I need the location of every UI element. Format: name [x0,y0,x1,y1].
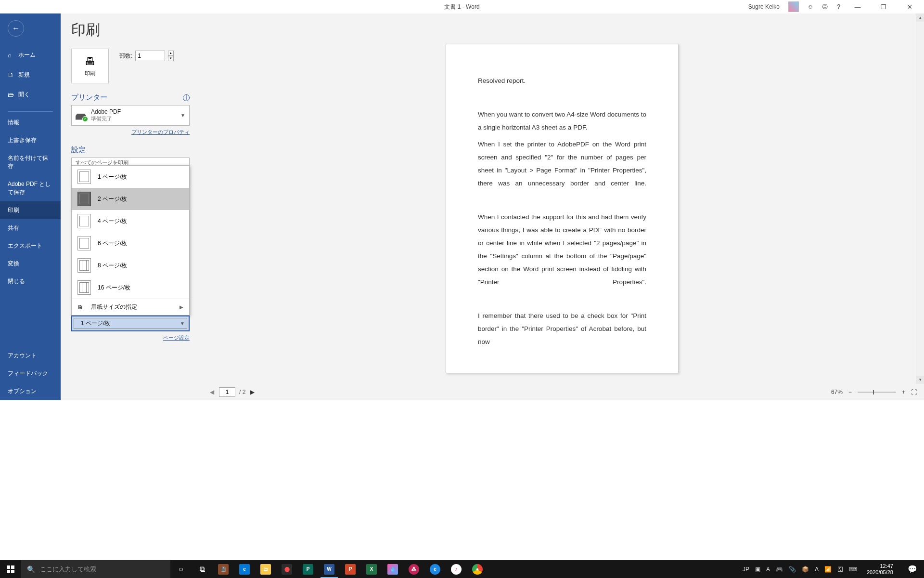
zoom-out-button[interactable]: − [847,389,854,395]
notifications-icon[interactable]: 💬 [903,560,922,578]
user-avatar[interactable] [788,1,799,12]
preview-scrollbar[interactable]: ▴ ▾ [916,13,924,384]
taskbar-paint3d[interactable]: 💧 [382,560,403,578]
tray-chevron-up-icon[interactable]: ᐱ [815,566,819,573]
taskbar-publisher[interactable]: P [297,560,319,578]
taskbar-clock[interactable]: 12:47 2020/05/28 [863,563,897,576]
tray-icon[interactable]: 🎮 [776,566,783,573]
start-button[interactable] [0,560,21,578]
doc-paragraph: When I set the printer to AdobePDF on th… [478,138,646,190]
print-range-combo[interactable]: すべてのページを印刷 [71,158,190,165]
printer-select[interactable]: ✓ Adobe PDF 準備完了 ▼ [71,105,190,126]
sidebar-transform[interactable]: 変換 [0,255,61,273]
taskbar-app-1[interactable]: 📓 [213,560,234,578]
taskbar-search[interactable]: 🔍 ここに入力して検索 [21,560,170,578]
pages-option-1[interactable]: 1 ページ/枚 [72,166,189,188]
pages-per-sheet-select[interactable]: 1 ページ/枚 ▼ [71,315,190,331]
page-setup-link[interactable]: ページ設定 [71,334,190,342]
doc-paragraph: When you want to convert two A4-size Wor… [478,108,646,134]
cortana-icon[interactable]: ○ [170,560,192,578]
print-button[interactable]: 🖶 印刷 [71,49,109,83]
doc-paragraph: Resolved report. [478,74,646,87]
taskbar-edge[interactable]: e [234,560,255,578]
preview-page: Resolved report. When you want to conver… [446,44,679,373]
sidebar-home[interactable]: ⌂ホーム [0,45,61,65]
grid-1-icon [77,170,91,184]
info-icon[interactable]: i [183,94,190,101]
paper-size-submenu[interactable]: 🗎用紙サイズの指定▶ [72,299,189,315]
pages-option-16[interactable]: 16 ページ/枚 [72,276,189,299]
taskbar-itunes[interactable]: ♪ [446,560,467,578]
sidebar-account[interactable]: アカウント [0,347,61,365]
face-happy-icon[interactable]: ☺ [808,3,813,10]
scroll-down-icon[interactable]: ▾ [916,376,924,384]
taskbar-adobe[interactable]: ⬤ [276,560,297,578]
close-button[interactable]: ✕ [901,1,918,13]
page-number-input[interactable] [219,387,235,397]
copies-down[interactable]: ▾ [168,56,174,61]
page-total: / 2 [239,389,245,395]
page-icon: 🗎 [77,304,84,311]
sidebar-export[interactable]: エクスポート [0,237,61,255]
title-bar: 文書 1 - Word Sugre Keiko ☺ ☹ ? — ❐ ✕ [0,0,924,13]
minimize-button[interactable]: — [849,1,866,13]
doc-paragraph: I remember that there used to be a check… [478,309,646,348]
sidebar-info[interactable]: 情報 [0,114,61,131]
pages-per-sheet-dropdown: 1 ページ/枚 2 ページ/枚 4 ページ/枚 6 ページ/枚 8 ページ/枚 … [71,165,190,315]
tray-icon[interactable]: ▣ [755,566,760,573]
next-page-button[interactable]: ▶ [247,388,257,396]
keyboard-icon[interactable]: ⌨ [849,566,857,573]
scroll-up-icon[interactable]: ▴ [916,13,924,22]
printer-properties-link[interactable]: プリンターのプロパティ [71,129,190,136]
pages-option-4[interactable]: 4 ページ/枚 [72,210,189,232]
sidebar-adobe-pdf[interactable]: Adobe PDF として保存 [0,175,61,201]
tray-icon[interactable]: 📎 [789,566,796,573]
sidebar-print[interactable]: 印刷 [0,201,61,219]
taskbar-chrome[interactable]: ● [467,560,488,578]
taskbar-powerpoint[interactable]: P [340,560,361,578]
pages-option-6[interactable]: 6 ページ/枚 [72,232,189,254]
grid-16-icon [77,280,91,295]
network-icon[interactable]: ⚿ [837,566,843,573]
sidebar-open[interactable]: 🗁開く [0,85,61,105]
pages-option-2[interactable]: 2 ページ/枚 [72,188,189,210]
grid-2-icon [77,192,91,206]
tray-icon[interactable]: A [766,566,770,573]
search-icon: 🔍 [27,565,35,573]
maximize-button[interactable]: ❐ [875,1,892,13]
taskbar-word[interactable]: W [319,560,340,578]
window-title: 文書 1 - Word [444,3,479,11]
taskbar-ie[interactable]: e [424,560,446,578]
copies-up[interactable]: ▴ [168,51,174,56]
taskbar-excel[interactable]: X [361,560,382,578]
printer-header: プリンター [71,93,107,102]
svg-rect-2 [7,570,10,573]
back-button[interactable]: ← [8,20,24,37]
sidebar-saveas[interactable]: 名前を付けて保存 [0,149,61,175]
page-title: 印刷 [71,20,190,40]
taskbar-app-2[interactable]: ⁂ [403,560,424,578]
task-view-icon[interactable]: ⧉ [192,560,213,578]
tray-icon[interactable]: 📦 [802,566,809,573]
help-icon[interactable]: ? [837,3,840,10]
prev-page-button[interactable]: ◀ [207,388,217,396]
sidebar-close[interactable]: 閉じる [0,273,61,290]
sidebar-save[interactable]: 上書き保存 [0,131,61,149]
face-sad-icon[interactable]: ☹ [822,3,828,10]
copies-input[interactable] [135,51,165,61]
pages-option-8[interactable]: 8 ページ/枚 [72,254,189,276]
sidebar-new[interactable]: 🗋新規 [0,65,61,85]
sidebar-feedback[interactable]: フィードバック [0,365,61,382]
ime-indicator[interactable]: JP [743,566,749,573]
windows-taskbar: 🔍 ここに入力して検索 ○ ⧉ 📓 e 🗂 ⬤ P W P X 💧 ⁂ e ♪ … [0,560,924,578]
fit-to-window-icon[interactable]: ⛶ [911,389,917,396]
zoom-in-button[interactable]: + [900,389,907,395]
doc-paragraph: When I contacted the support for this an… [478,210,646,289]
backstage-sidebar: ← ⌂ホーム 🗋新規 🗁開く 情報 上書き保存 名前を付けて保存 Adobe P… [0,13,61,400]
taskbar-explorer[interactable]: 🗂 [255,560,276,578]
zoom-percent: 67% [831,389,843,395]
sidebar-share[interactable]: 共有 [0,219,61,237]
zoom-slider[interactable] [858,392,896,393]
wifi-icon[interactable]: 📶 [824,566,832,573]
sidebar-options[interactable]: オプション [0,382,61,400]
